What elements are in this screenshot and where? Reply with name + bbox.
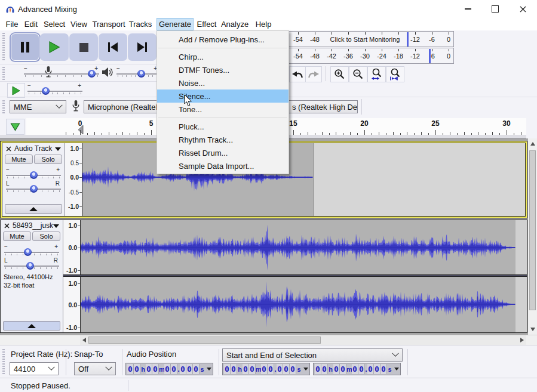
- time-digit[interactable]: 0: [261, 364, 268, 374]
- collapse-button[interactable]: [5, 204, 62, 214]
- time-digit[interactable]: 0: [164, 364, 171, 374]
- time-digit[interactable]: 0: [283, 364, 290, 374]
- slider-thumb[interactable]: [26, 262, 34, 270]
- menu-item-sample-data-import[interactable]: Sample Data Import...: [157, 159, 289, 172]
- pinned-play-head-button[interactable]: [6, 119, 24, 135]
- minimize-button[interactable]: [454, 0, 481, 18]
- time-format-dropdown-icon[interactable]: [207, 368, 211, 371]
- menu-item-tone[interactable]: Tone...: [157, 103, 289, 116]
- menubar-item-tracks[interactable]: Tracks: [128, 18, 153, 30]
- menubar-item-help[interactable]: Help: [253, 18, 274, 30]
- time-digit[interactable]: 0: [243, 364, 249, 374]
- audio-position-display[interactable]: 00h00m00.000s: [125, 363, 213, 375]
- menu-item-dtmf-tones[interactable]: DTMF Tones...: [157, 63, 289, 76]
- menu-item-risset-drum[interactable]: Risset Drum...: [157, 146, 289, 159]
- track-close-button[interactable]: [4, 144, 13, 153]
- selection-toolbar-grip[interactable]: [2, 349, 5, 375]
- mixer-toolbar-grip[interactable]: [2, 67, 5, 80]
- play-button[interactable]: [40, 33, 69, 61]
- recording-meter[interactable]: -54-48-12-60Click to Start Monitoring: [275, 31, 454, 47]
- time-unit[interactable]: s: [296, 366, 302, 373]
- slider-thumb[interactable]: [88, 70, 96, 78]
- maximize-button[interactable]: [481, 0, 509, 18]
- time-digit[interactable]: 0: [380, 364, 387, 374]
- vertical-ruler[interactable]: 1.00.50.0-0.5-1.0: [65, 143, 82, 216]
- horizontal-scroll-thumb[interactable]: [88, 337, 321, 344]
- time-digit[interactable]: 0: [268, 364, 274, 374]
- time-digit[interactable]: 0: [321, 364, 328, 374]
- time-digit[interactable]: 0: [134, 364, 140, 374]
- slider-thumb[interactable]: [30, 171, 38, 179]
- slider-thumb[interactable]: [137, 70, 145, 78]
- time-digit[interactable]: 0: [340, 364, 346, 374]
- gain-slider[interactable]: −+: [4, 245, 59, 255]
- menubar-item-analyze[interactable]: Analyze: [220, 18, 250, 30]
- menu-item-rhythm-track[interactable]: Rhythm Track...: [157, 133, 289, 146]
- time-unit[interactable]: s: [200, 366, 205, 373]
- time-digit[interactable]: 0: [180, 364, 186, 374]
- zoom-to-selection-button[interactable]: [367, 66, 386, 82]
- menubar-item-transport[interactable]: Transport: [91, 18, 127, 30]
- time-unit[interactable]: m: [159, 366, 164, 373]
- zoom-in-button[interactable]: [330, 66, 349, 82]
- track-close-button[interactable]: [2, 221, 11, 230]
- pause-button[interactable]: [11, 33, 39, 61]
- gain-slider[interactable]: −+: [6, 168, 61, 178]
- menu-item-silence[interactable]: Silence...: [157, 89, 289, 103]
- play-at-speed-button[interactable]: [7, 83, 25, 98]
- menubar-item-view[interactable]: View: [68, 18, 90, 30]
- time-digit[interactable]: 0: [277, 364, 283, 374]
- time-digit[interactable]: 0: [367, 364, 374, 374]
- redo-button[interactable]: [305, 66, 322, 82]
- time-digit[interactable]: 0: [224, 364, 231, 374]
- menubar-item-select[interactable]: Select: [42, 18, 67, 30]
- time-digit[interactable]: 0: [374, 364, 380, 374]
- vertical-scroll-thumb[interactable]: [529, 150, 536, 310]
- skip-to-start-button[interactable]: [99, 33, 127, 61]
- transport-toolbar-grip[interactable]: [2, 33, 5, 61]
- time-digit[interactable]: 0: [333, 364, 340, 374]
- time-digit[interactable]: 0: [358, 364, 365, 374]
- waveform-channel-1[interactable]: [81, 225, 515, 270]
- waveform-area[interactable]: [82, 143, 525, 216]
- time-unit[interactable]: h: [140, 366, 146, 373]
- track-menu-icon[interactable]: [53, 224, 59, 228]
- snap-to-combo[interactable]: Off: [74, 362, 116, 375]
- time-digit[interactable]: 0: [315, 364, 321, 374]
- time-digit[interactable]: 0: [171, 364, 177, 374]
- mute-button[interactable]: Mute: [3, 232, 31, 241]
- menu-item-noise[interactable]: Noise...: [157, 76, 289, 89]
- waveform-channel-2[interactable]: [81, 282, 515, 327]
- play-speed-slider[interactable]: −+: [27, 84, 82, 97]
- time-digit[interactable]: 0: [231, 364, 237, 374]
- menubar-item-effect[interactable]: Effect: [195, 18, 219, 30]
- project-rate-combo[interactable]: 44100: [10, 362, 59, 375]
- time-digit[interactable]: 0: [352, 364, 358, 374]
- pan-slider[interactable]: LR: [4, 258, 59, 269]
- fit-project-button[interactable]: [386, 66, 404, 82]
- menu-item-pluck[interactable]: Pluck...: [157, 120, 289, 133]
- track-title[interactable]: 58493__juskt: [13, 221, 53, 230]
- solo-button[interactable]: Solo: [32, 232, 60, 241]
- time-digit[interactable]: 0: [193, 364, 200, 374]
- close-button[interactable]: [509, 0, 536, 18]
- scroll-down-button[interactable]: [528, 325, 537, 334]
- skip-to-end-button[interactable]: [128, 33, 157, 61]
- time-digit[interactable]: 0: [152, 364, 159, 374]
- time-digit[interactable]: 0: [249, 364, 256, 374]
- time-digit[interactable]: 0: [146, 364, 152, 374]
- channel-divider[interactable]: [63, 274, 527, 277]
- selection-end-display[interactable]: 00h00m00.000s: [313, 363, 401, 375]
- playback-volume-slider[interactable]: −+: [116, 66, 158, 79]
- horizontal-scrollbar[interactable]: [80, 335, 526, 345]
- slider-thumb[interactable]: [30, 185, 38, 193]
- time-format-dropdown-icon[interactable]: [394, 368, 399, 371]
- menubar-item-generate[interactable]: Generate: [157, 18, 194, 30]
- scroll-up-button[interactable]: [528, 140, 537, 148]
- time-digit[interactable]: 0: [290, 364, 296, 374]
- time-unit[interactable]: m: [346, 366, 352, 373]
- time-unit[interactable]: s: [387, 366, 392, 373]
- scroll-right-button[interactable]: [518, 335, 526, 345]
- mute-button[interactable]: Mute: [5, 155, 33, 164]
- solo-button[interactable]: Solo: [34, 155, 62, 164]
